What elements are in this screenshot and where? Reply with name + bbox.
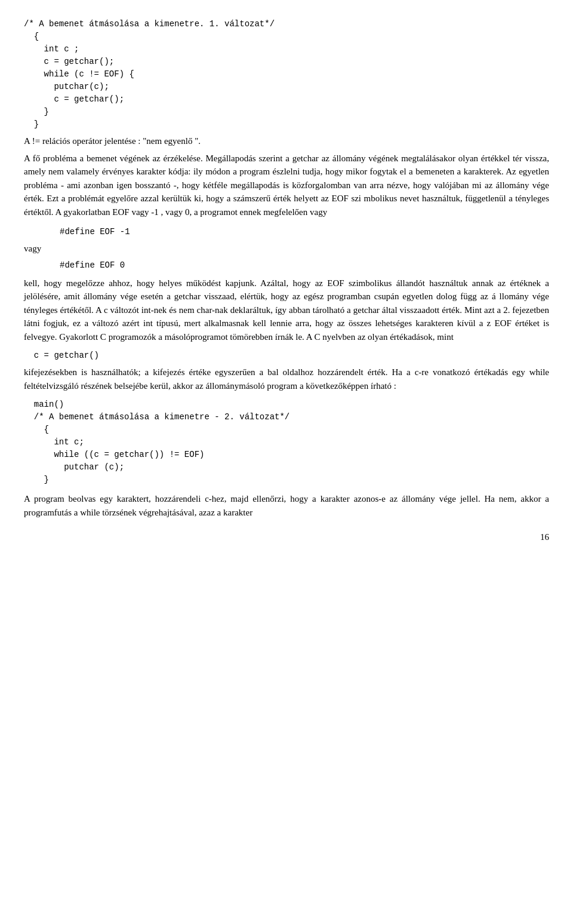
code-line-brace-open: { <box>24 30 549 43</box>
paragraph-while-explain: kifejezésekben is használhatók; a kifeje… <box>24 366 549 392</box>
paragraph-eof-explain: kell, hogy megelőzze ahhoz, hogy helyes … <box>24 277 549 344</box>
code-section-1: /* A bemenet átmásolása a kimenetre. 1. … <box>24 18 549 131</box>
code-block-2-comment: /* A bemenet átmásolása a kimenetre - 2.… <box>24 411 549 423</box>
code-line-while: while (c != EOF) { <box>24 68 549 81</box>
code-line-getchar2: c = getchar(); <box>24 93 549 106</box>
code-line-comment: /* A bemenet átmásolása a kimenetre. 1. … <box>24 18 549 30</box>
code-block-2-putchar: putchar (c); <box>24 461 549 474</box>
code-c-getchar: c = getchar() <box>24 349 549 362</box>
code-line-int: int c ; <box>24 43 549 56</box>
code-block-2-brace: { <box>24 423 549 436</box>
code-line-putchar: putchar(c); <box>24 81 549 93</box>
code-block-2-int: int c; <box>24 436 549 449</box>
code-line-brace-close2: } <box>24 118 549 131</box>
code-line-brace-close1: } <box>24 106 549 118</box>
page-content: /* A bemenet átmásolása a kimenetre. 1. … <box>24 18 549 519</box>
code-define-eof-0: #define EOF 0 <box>60 259 549 272</box>
code-block-2-close: } <box>24 474 549 486</box>
word-vagy: vagy <box>24 242 549 256</box>
paragraph-main: A fő probléma a bemenet végének az érzék… <box>24 152 549 219</box>
page-number: 16 <box>24 531 549 544</box>
paragraph-neq: A != relációs operátor jelentése : "nem … <box>24 134 549 148</box>
paragraph-end: A program beolvas egy karaktert, hozzáre… <box>24 492 549 519</box>
code-define-eof-minus1: #define EOF -1 <box>60 226 549 238</box>
code-block-2-main: main() <box>24 398 549 411</box>
code-block-2-while: while ((c = getchar()) != EOF) <box>24 449 549 461</box>
code-line-getchar1: c = getchar(); <box>24 56 549 68</box>
